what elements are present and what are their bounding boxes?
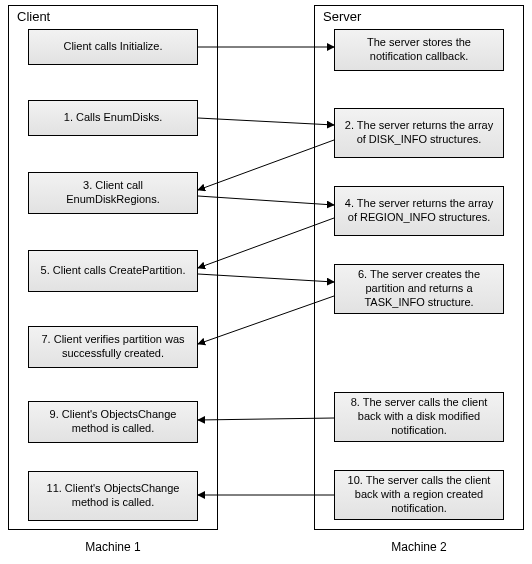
- client-step-1: 1. Calls EnumDisks.: [28, 100, 198, 136]
- sequence-diagram: Client Server Client calls Initialize. 1…: [0, 0, 532, 564]
- client-step-4: 7. Client verifies partition was success…: [28, 326, 198, 368]
- client-step-2: 3. Client call EnumDiskRegions.: [28, 172, 198, 214]
- server-step-0: The server stores the notification callb…: [334, 29, 504, 71]
- client-title: Client: [15, 9, 52, 24]
- server-caption: Machine 2: [314, 540, 524, 554]
- client-caption: Machine 1: [8, 540, 218, 554]
- client-step-6: 11. Client's ObjectsChange method is cal…: [28, 471, 198, 521]
- client-step-5: 9. Client's ObjectsChange method is call…: [28, 401, 198, 443]
- server-step-2: 4. The server returns the array of REGIO…: [334, 186, 504, 236]
- client-step-3: 5. Client calls CreatePartition.: [28, 250, 198, 292]
- server-step-4: 8. The server calls the client back with…: [334, 392, 504, 442]
- server-step-1: 2. The server returns the array of DISK_…: [334, 108, 504, 158]
- server-step-3: 6. The server creates the partition and …: [334, 264, 504, 314]
- server-step-5: 10. The server calls the client back wit…: [334, 470, 504, 520]
- server-title: Server: [321, 9, 363, 24]
- client-step-0: Client calls Initialize.: [28, 29, 198, 65]
